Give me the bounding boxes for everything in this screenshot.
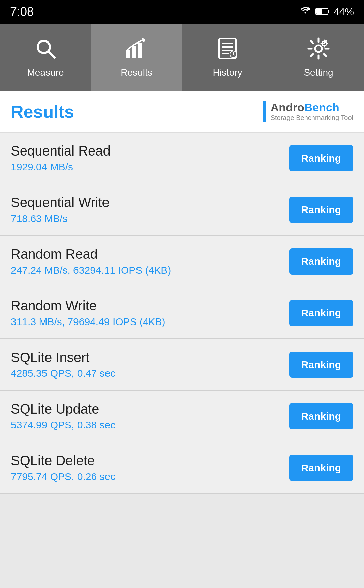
result-item: SQLite Update 5374.99 QPS, 0.38 sec Rank… xyxy=(0,391,364,442)
result-value: 4285.35 QPS, 0.47 sec xyxy=(11,368,289,379)
ranking-button[interactable]: Ranking xyxy=(289,455,353,481)
result-item: Sequential Write 718.63 MB/s Ranking xyxy=(0,184,364,236)
page-header: Results AndroBench Storage Benchmarking … xyxy=(0,91,364,133)
svg-text:6: 6 xyxy=(307,6,309,9)
tab-results[interactable]: Results xyxy=(91,24,182,91)
tab-measure[interactable]: Measure xyxy=(0,24,91,91)
result-info: Sequential Write 718.63 MB/s xyxy=(11,195,289,224)
logo: AndroBench Storage Benchmarking Tool xyxy=(263,101,353,122)
status-bar: 7:08 6 44% xyxy=(0,0,364,24)
ranking-button[interactable]: Ranking xyxy=(289,403,353,429)
tab-results-label: Results xyxy=(121,67,152,78)
result-name: Sequential Write xyxy=(11,195,289,210)
result-value: 718.63 MB/s xyxy=(11,213,289,224)
svg-rect-8 xyxy=(132,46,136,58)
result-info: Random Read 247.24 MB/s, 63294.11 IOPS (… xyxy=(11,247,289,276)
results-list: Sequential Read 1929.04 MB/s Ranking Seq… xyxy=(0,133,364,494)
logo-bench: Bench xyxy=(304,101,339,114)
result-value: 7795.74 QPS, 0.26 sec xyxy=(11,471,289,482)
logo-bar xyxy=(263,101,266,122)
result-item: Random Read 247.24 MB/s, 63294.11 IOPS (… xyxy=(0,236,364,287)
ranking-button[interactable]: Ranking xyxy=(289,352,353,378)
result-name: Random Read xyxy=(11,247,289,262)
result-name: Random Write xyxy=(11,298,289,313)
result-item: SQLite Delete 7795.74 QPS, 0.26 sec Rank… xyxy=(0,442,364,494)
result-name: SQLite Delete xyxy=(11,453,289,468)
setting-icon xyxy=(307,37,330,64)
results-icon xyxy=(125,37,148,64)
result-name: SQLite Insert xyxy=(11,350,289,365)
tab-measure-label: Measure xyxy=(27,67,64,78)
ranking-button[interactable]: Ranking xyxy=(289,248,353,275)
ranking-button[interactable]: Ranking xyxy=(289,145,353,171)
svg-rect-7 xyxy=(126,50,130,58)
result-info: SQLite Insert 4285.35 QPS, 0.47 sec xyxy=(11,350,289,379)
result-name: Sequential Read xyxy=(11,143,289,159)
result-value: 311.3 MB/s, 79694.49 IOPS (4KB) xyxy=(11,316,289,328)
result-item: Random Write 311.3 MB/s, 79694.49 IOPS (… xyxy=(0,287,364,339)
tab-setting-label: Setting xyxy=(304,67,333,78)
svg-point-18 xyxy=(315,45,322,52)
battery-icon xyxy=(315,6,330,18)
wifi-icon: 6 xyxy=(299,6,311,18)
svg-line-6 xyxy=(48,51,55,58)
ranking-button[interactable]: Ranking xyxy=(289,197,353,223)
ranking-button[interactable]: Ranking xyxy=(289,300,353,326)
result-item: SQLite Insert 4285.35 QPS, 0.47 sec Rank… xyxy=(0,339,364,391)
svg-rect-3 xyxy=(328,10,329,13)
nav-tabs: Measure Results xyxy=(0,24,364,91)
status-time: 7:08 xyxy=(10,5,34,19)
result-info: Sequential Read 1929.04 MB/s xyxy=(11,143,289,173)
result-info: Random Write 311.3 MB/s, 79694.49 IOPS (… xyxy=(11,298,289,328)
status-icons: 6 44% xyxy=(299,6,354,18)
result-value: 5374.99 QPS, 0.38 sec xyxy=(11,419,289,431)
tab-history[interactable]: History xyxy=(182,24,273,91)
svg-rect-9 xyxy=(138,43,142,58)
result-item: Sequential Read 1929.04 MB/s Ranking xyxy=(0,133,364,184)
logo-andro: Andro xyxy=(271,101,304,114)
tab-history-label: History xyxy=(213,67,242,78)
result-value: 1929.04 MB/s xyxy=(11,161,289,173)
svg-rect-4 xyxy=(316,9,322,14)
tab-setting[interactable]: Setting xyxy=(273,24,364,91)
result-info: SQLite Update 5374.99 QPS, 0.38 sec xyxy=(11,401,289,431)
battery-percent: 44% xyxy=(334,6,354,18)
page-title: Results xyxy=(11,102,74,122)
result-info: SQLite Delete 7795.74 QPS, 0.26 sec xyxy=(11,453,289,482)
logo-name: AndroBench xyxy=(271,101,353,114)
result-value: 247.24 MB/s, 63294.11 IOPS (4KB) xyxy=(11,264,289,276)
logo-subtitle: Storage Benchmarking Tool xyxy=(271,114,353,122)
result-name: SQLite Update xyxy=(11,401,289,417)
logo-text: AndroBench Storage Benchmarking Tool xyxy=(271,101,353,121)
history-icon xyxy=(216,37,239,64)
measure-icon xyxy=(34,37,57,64)
